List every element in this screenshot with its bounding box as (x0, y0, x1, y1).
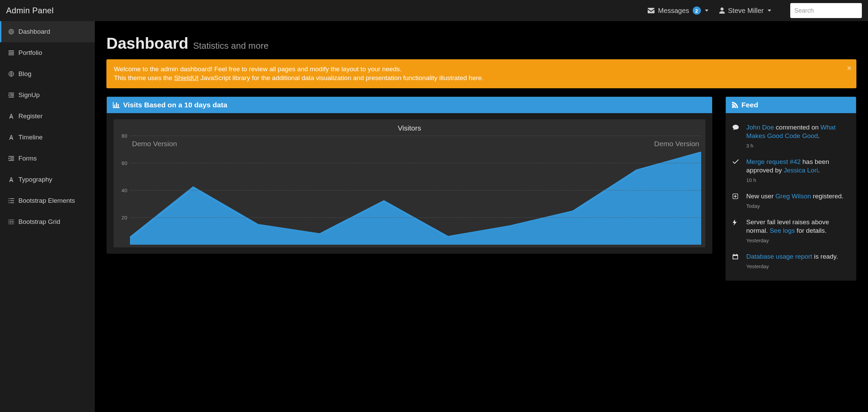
page-title: Dashboard (106, 34, 188, 52)
chevron-down-icon (705, 10, 708, 12)
bullseye-icon (8, 29, 14, 34)
envelope-icon (648, 8, 654, 13)
navbar: Admin Panel Messages 2 Steve Miller (0, 0, 868, 21)
feed-item-time: Yesterday (746, 237, 849, 244)
chart-title: Visitors (118, 124, 701, 132)
sidebar-item-label: Portfolio (18, 49, 42, 57)
page-subtitle: Statistics and more (193, 41, 268, 51)
svg-rect-18 (9, 200, 10, 201)
sidebar-item-blog[interactable]: Blog (0, 63, 95, 85)
alert-line-1: Welcome to the admin dashboard! Feel fre… (114, 65, 402, 73)
indent-icon (8, 156, 14, 161)
visits-panel-title: Visits Based on a 10 days data (123, 101, 227, 109)
messages-label: Messages (658, 7, 689, 15)
svg-rect-19 (10, 200, 14, 201)
svg-rect-6 (9, 55, 14, 55)
svg-rect-10 (10, 95, 14, 96)
feed-panel-title: Feed (741, 101, 758, 109)
sidebar-item-typography[interactable]: Typography (0, 169, 95, 190)
feed-item-time: Yesterday (746, 263, 849, 270)
font-icon (8, 113, 14, 119)
feed-panel: Feed John Doe commented on What Makes Go… (725, 96, 856, 281)
chart-watermark-right: Demo Version (654, 140, 699, 148)
visitors-chart: Visitors 20406080 Demo Version Demo Vers… (114, 119, 705, 247)
rss-icon (732, 102, 738, 108)
svg-rect-11 (9, 97, 14, 97)
navbar-right: Messages 2 Steve Miller (648, 3, 862, 18)
feed-item: John Doe commented on What Makes Good Co… (733, 119, 849, 154)
messages-dropdown[interactable]: Messages 2 (648, 6, 708, 15)
svg-rect-3 (9, 50, 14, 51)
grid-line (130, 217, 701, 218)
sidebar-item-dashboard[interactable]: Dashboard (0, 21, 95, 42)
user-dropdown[interactable]: Steve Miller (719, 7, 771, 15)
sidebar-item-label: Dashboard (18, 28, 50, 35)
shieldui-link[interactable]: ShieldUI (174, 74, 198, 81)
chevron-down-icon (768, 10, 771, 12)
feed-item-body: Server fail level raises above normal. S… (746, 218, 849, 244)
sidebar-item-label: Forms (18, 155, 37, 162)
close-icon[interactable]: × (847, 63, 852, 74)
sidebar-item-register[interactable]: Register (0, 106, 95, 127)
user-name: Steve Miller (728, 7, 764, 15)
feed-link[interactable]: Greg Wilson (776, 193, 811, 200)
feed-item: New user Greg Wilson registered.Today (733, 188, 849, 214)
svg-rect-9 (10, 94, 14, 95)
sidebar-item-label: Bootstrap Grid (18, 218, 60, 226)
calendar-icon (733, 253, 740, 270)
y-tick-label: 80 (121, 133, 127, 139)
svg-rect-17 (10, 198, 14, 199)
svg-rect-26 (733, 256, 737, 259)
feed-link[interactable]: Merge request #42 (746, 158, 801, 165)
sidebar-item-signup[interactable]: SignUp (0, 85, 95, 106)
feed-text: . (818, 132, 820, 139)
search-input[interactable] (794, 7, 858, 14)
sidebar-item-label: Register (18, 112, 43, 120)
sidebar-item-label: Typography (18, 176, 52, 183)
feed-text: . (818, 167, 820, 174)
svg-rect-20 (9, 202, 10, 203)
sidebar-item-portfolio[interactable]: Portfolio (0, 42, 95, 63)
sidebar-item-bootstrap-grid[interactable]: Bootstrap Grid (0, 211, 95, 232)
svg-rect-5 (9, 53, 14, 54)
indent-icon (8, 93, 14, 97)
sidebar-item-bootstrap-elements[interactable]: Bootstrap Elements (0, 190, 95, 211)
sidebar-item-timeline[interactable]: Timeline (0, 127, 95, 148)
chart-watermark-left: Demo Version (132, 140, 177, 148)
comment-icon (733, 123, 740, 149)
sidebar-item-label: Timeline (18, 134, 43, 141)
feed-item-body: New user Greg Wilson registered.Today (746, 192, 849, 209)
feed-text: New user (746, 193, 776, 200)
check-icon (733, 158, 740, 183)
plus-square-icon (733, 192, 740, 209)
svg-rect-14 (10, 159, 14, 159)
visits-panel-heading: Visits Based on a 10 days data (107, 97, 712, 113)
search-box[interactable] (790, 3, 862, 18)
svg-rect-15 (9, 160, 14, 161)
bar-chart-icon (113, 102, 120, 108)
grid-line (130, 190, 701, 190)
font-icon (8, 177, 14, 182)
feed-link[interactable]: Database usage report (746, 253, 812, 260)
alert-line-2-pre: This theme uses the (114, 74, 174, 81)
feed-link[interactable]: See logs (770, 227, 795, 234)
feed-item-time: Today (746, 203, 849, 210)
sidebar-item-forms[interactable]: Forms (0, 148, 95, 169)
svg-rect-12 (9, 156, 14, 157)
svg-rect-21 (10, 202, 14, 203)
feed-item-time: 3 h (746, 142, 849, 149)
feed-panel-heading: Feed (726, 97, 856, 113)
feed-text: registered. (811, 193, 843, 200)
feed-item: Database usage report is ready.Yesterday (733, 248, 849, 274)
y-tick-label: 20 (121, 215, 127, 220)
svg-rect-4 (9, 52, 14, 52)
feed-item: Server fail level raises above normal. S… (733, 214, 849, 248)
brand[interactable]: Admin Panel (6, 6, 54, 15)
feed-link[interactable]: Jessica Lori (784, 167, 818, 174)
globe-icon (8, 71, 14, 77)
grid-line (130, 163, 701, 163)
svg-point-2 (11, 31, 12, 32)
feed-item-body: Merge request #42 has been approved by J… (746, 158, 849, 183)
feed-link[interactable]: John Doe (746, 124, 774, 131)
sidebar-item-label: Blog (18, 70, 31, 78)
